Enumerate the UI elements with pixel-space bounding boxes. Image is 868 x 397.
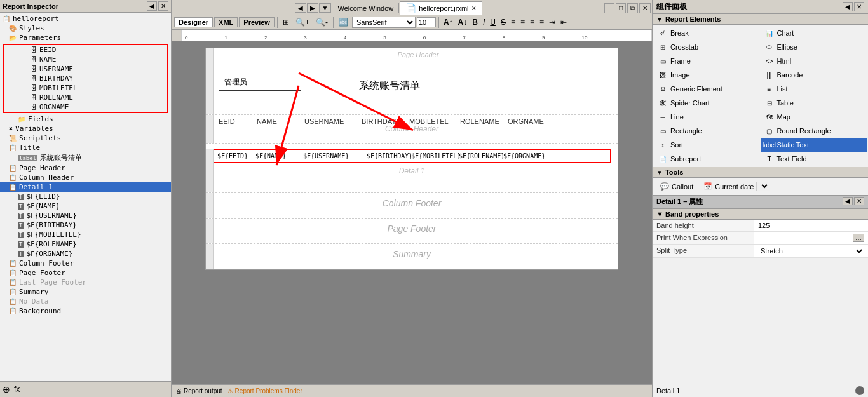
tree-item-title[interactable]: 📋Title <box>0 143 171 152</box>
italic-button[interactable]: I <box>481 17 487 27</box>
tree-item-title-label[interactable]: label系统账号清单 <box>0 152 171 163</box>
function-icon[interactable]: fx <box>14 385 20 394</box>
font-select[interactable]: SansSerif <box>352 17 416 28</box>
tree-item-summary[interactable]: 📋Summary <box>0 287 171 297</box>
props-pin-button[interactable]: ◀ <box>843 197 853 205</box>
element-table[interactable]: ⊟Table <box>761 96 867 110</box>
tools-collapse-icon[interactable]: ▼ <box>656 169 663 176</box>
tree-item-frolename[interactable]: T$F{ROLENAME} <box>0 239 171 249</box>
tree-item-eeid[interactable]: 🗄EEID <box>4 45 167 55</box>
align-left-button[interactable]: ≡ <box>509 17 517 27</box>
element-line[interactable]: ─Line <box>654 110 761 124</box>
panel-pin-button[interactable]: ◀ <box>147 1 157 11</box>
right-panel-pin-button[interactable]: ◀ <box>843 2 853 11</box>
element-chart[interactable]: 📊Chart <box>761 26 867 40</box>
current-date-select[interactable] <box>756 182 770 191</box>
xml-button[interactable]: XML <box>214 17 238 27</box>
print-when-button[interactable]: … <box>853 234 864 242</box>
tab-next-button[interactable]: ▶ <box>307 3 318 13</box>
split-type-select[interactable]: Stretch Prevent Immediate <box>758 246 864 255</box>
tree-item-birthday[interactable]: 🗄BIRTHDAY <box>4 74 167 83</box>
font-grow-button[interactable]: A↑ <box>442 17 455 27</box>
element-ellipse[interactable]: ⬭Ellipse <box>761 40 867 54</box>
elements-collapse-icon[interactable]: ▼ <box>656 16 663 23</box>
add-icon[interactable]: ⊕ <box>3 384 10 394</box>
tree-item-fusername[interactable]: T$F{USERNAME} <box>0 211 171 220</box>
underline-button[interactable]: U <box>488 17 498 27</box>
band-height-value[interactable]: 125 <box>754 220 868 231</box>
align-right-button[interactable]: ≡ <box>528 17 536 27</box>
tab-close-button[interactable]: ✕ <box>471 5 477 11</box>
align-justify-button[interactable]: ≡ <box>538 17 546 27</box>
strikethrough-button[interactable]: S <box>499 17 508 27</box>
right-panel-close-button[interactable]: ✕ <box>854 2 864 11</box>
status-report-output[interactable]: 🖨 Report output <box>175 387 222 394</box>
zoom-fit-button[interactable]: ⊞ <box>280 17 292 28</box>
tree-item-fmobiletel[interactable]: T$F{MOBILETEL} <box>0 230 171 239</box>
status-problems[interactable]: ⚠ Report Problems Finder <box>227 387 302 394</box>
element-list[interactable]: ≡List <box>761 82 867 96</box>
tool-current-date[interactable]: 📅 Current date <box>700 180 774 192</box>
font-shrink-button[interactable]: A↓ <box>456 17 470 27</box>
zoom-out-button[interactable]: 🔍- <box>313 17 330 28</box>
tree-item-rolename[interactable]: 🗄ROLENAME <box>4 93 167 102</box>
tree-item-name[interactable]: 🗄NAME <box>4 55 167 64</box>
split-type-value[interactable]: Stretch Prevent Immediate <box>754 245 868 257</box>
indent-button[interactable]: ⇥ <box>547 17 557 27</box>
element-static-text[interactable]: labelStatic Text <box>761 138 867 152</box>
tree-item-detail1[interactable]: 📋Detail 1 <box>0 182 171 192</box>
tree-item-parameters[interactable]: 📂Parameters <box>0 33 171 43</box>
element-text-field[interactable]: TText Field <box>761 152 867 166</box>
element-rectangle[interactable]: ▭Rectangle <box>654 124 761 138</box>
tree-item-orgname[interactable]: 🗄ORGNAME <box>4 102 167 112</box>
tab-welcome[interactable]: Welcome Window <box>332 3 399 13</box>
window-max-button[interactable]: □ <box>616 3 626 13</box>
tree-item-variables[interactable]: ✖Variables <box>0 124 171 133</box>
window-close-button[interactable]: ✕ <box>639 3 651 13</box>
align-center-button[interactable]: ≡ <box>519 17 527 27</box>
element-crosstab[interactable]: ⊞Crosstab <box>654 40 761 54</box>
element-spider[interactable]: 🕸Spider Chart <box>654 96 761 110</box>
bold-button[interactable]: B <box>470 17 480 27</box>
tree-item-forgname[interactable]: T$F{ORGNAME} <box>0 249 171 259</box>
window-restore-button[interactable]: ⧉ <box>627 3 638 13</box>
band-collapse-icon[interactable]: ▼ <box>656 210 663 218</box>
element-map[interactable]: 🗺Map <box>761 110 867 124</box>
element-break[interactable]: ⏎Break <box>654 26 761 40</box>
zoom-in-button[interactable]: 🔍+ <box>293 17 312 28</box>
element-image[interactable]: 🖼Image <box>654 68 761 82</box>
designer-button[interactable]: Designer <box>174 17 213 27</box>
tree-item-page-footer[interactable]: 📋Page Footer <box>0 268 171 278</box>
tab-helloreport[interactable]: 📄 helloreport.jrxml ✕ <box>400 1 482 15</box>
outdent-button[interactable]: ⇤ <box>559 17 569 27</box>
canvas-area[interactable]: Page Header 管理员 系统账号清单 Column Header <box>172 41 652 384</box>
tool-callout[interactable]: 💬 Callout <box>656 180 697 192</box>
tree-item-username[interactable]: 🗄USERNAME <box>4 64 167 74</box>
tree-item-fbirthday[interactable]: T$F{BIRTHDAY} <box>0 220 171 230</box>
element-frame[interactable]: ▭Frame <box>654 54 761 68</box>
element-html[interactable]: <>Html <box>761 54 867 68</box>
element-sort[interactable]: ↕Sort <box>654 138 761 152</box>
element-barcode[interactable]: |||Barcode <box>761 68 867 82</box>
tree-item-fname[interactable]: T$F{NAME} <box>0 201 171 211</box>
props-close-button[interactable]: ✕ <box>854 197 864 205</box>
tab-prev-button[interactable]: ◀ <box>295 3 306 13</box>
font-size-input[interactable] <box>417 17 436 27</box>
tree-item-column-footer[interactable]: 📋Column Footer <box>0 259 171 268</box>
window-min-button[interactable]: − <box>604 3 614 13</box>
tree-item-scriptlets[interactable]: 📜Scriptlets <box>0 133 171 143</box>
tree-item-background[interactable]: 📋Background <box>0 306 171 316</box>
element-generic[interactable]: ⚙Generic Element <box>654 82 761 96</box>
tree-item-helloreport[interactable]: 📋helloreport <box>0 14 171 24</box>
tree-item-last-page-footer[interactable]: 📋Last Page Footer <box>0 278 171 287</box>
tree-item-page-header[interactable]: 📋Page Header <box>0 163 171 173</box>
tree-item-fields[interactable]: 📁Fields <box>0 114 171 124</box>
element-round-rect[interactable]: ▢Round Rectangle <box>761 124 867 138</box>
tree-item-column-header[interactable]: 📋Column Header <box>0 173 171 182</box>
tree-item-feeid[interactable]: T$F{EEID} <box>0 192 171 201</box>
tree-item-styles[interactable]: 🎨Styles <box>0 24 171 33</box>
element-subreport[interactable]: 📄Subreport <box>654 152 761 166</box>
tab-menu-button[interactable]: ▼ <box>319 3 332 13</box>
tree-item-no-data[interactable]: 📋No Data <box>0 297 171 306</box>
preview-button[interactable]: Preview <box>239 17 275 27</box>
